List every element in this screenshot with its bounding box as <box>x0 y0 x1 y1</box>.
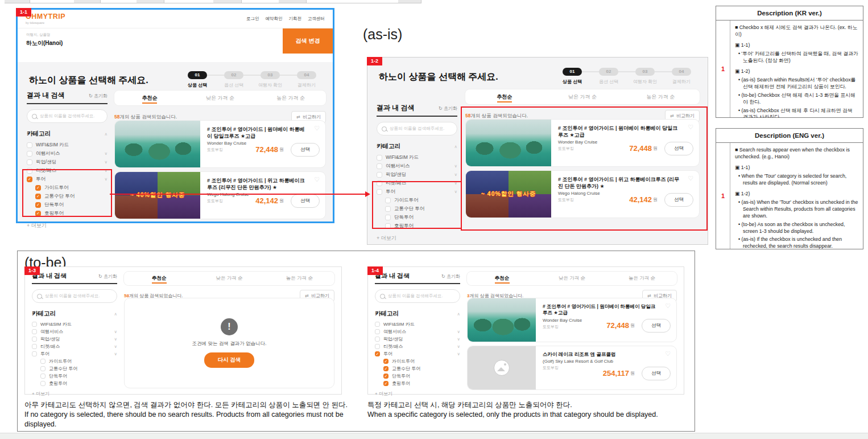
category-checkbox[interactable] <box>383 381 388 386</box>
chevron-down-icon[interactable] <box>103 159 108 165</box>
product-card[interactable]: 스카이 레이크 리조트 앤 골프클럽 (Golf) Sky Lake Resor… <box>467 346 677 390</box>
category-checkbox[interactable] <box>375 322 380 327</box>
select-button[interactable]: 선택 <box>291 143 320 157</box>
category-checkbox[interactable] <box>27 177 32 182</box>
sort-tab[interactable]: 추천순 <box>467 272 537 285</box>
category-checkbox[interactable] <box>27 168 32 174</box>
more-link[interactable]: + 더보기 <box>32 391 117 397</box>
category-checkbox[interactable] <box>375 337 380 342</box>
chevron-down-icon[interactable] <box>456 344 460 349</box>
category-checkbox[interactable] <box>377 180 382 186</box>
reset-button[interactable]: ↻ 초기화 <box>439 105 457 112</box>
category-header[interactable]: 카테고리 <box>375 310 460 318</box>
category-checkbox[interactable] <box>40 366 46 371</box>
more-link[interactable]: + 더보기 <box>377 235 457 242</box>
category-checkbox[interactable] <box>40 381 46 386</box>
ohmytrip-logo[interactable]: OHMYTRIPby tidesquare <box>26 13 65 24</box>
category-checkbox[interactable] <box>385 198 391 203</box>
product-search-input[interactable]: 상품의 이름을 검색해주세요. <box>375 289 460 303</box>
category-checkbox[interactable] <box>27 159 32 165</box>
category-checkbox[interactable] <box>32 344 37 349</box>
chevron-down-icon[interactable] <box>103 177 108 182</box>
category-checkbox[interactable] <box>383 359 388 364</box>
category-checkbox[interactable] <box>385 215 391 220</box>
sort-tab[interactable]: 높은 가격 순 <box>622 89 700 104</box>
category-header[interactable]: 카테고리 <box>377 142 457 150</box>
select-button[interactable]: 선택 <box>664 142 693 155</box>
category-header[interactable]: 카테고리 <box>27 130 108 138</box>
product-search-input[interactable]: 상품의 이름을 검색해주세요. <box>32 289 117 303</box>
chevron-down-icon[interactable] <box>453 189 457 194</box>
nav-link[interactable]: 로그인 <box>246 16 259 22</box>
category-checkbox[interactable] <box>377 189 382 195</box>
chevron-down-icon[interactable] <box>453 172 457 177</box>
chevron-down-icon[interactable] <box>113 329 117 334</box>
nav-link[interactable]: 예약확인 <box>266 16 283 22</box>
category-checkbox[interactable] <box>35 202 41 208</box>
sort-tab[interactable]: 낮은 가격 순 <box>185 91 255 105</box>
chevron-down-icon[interactable] <box>103 168 108 173</box>
category-checkbox[interactable] <box>40 359 46 364</box>
sort-tab[interactable]: 낮은 가격 순 <box>537 272 607 285</box>
product-card[interactable]: ~ 40%할인 행사중 # 조인투어 # 영어가이드 | 위고 하롱베이크루즈 … <box>114 171 326 219</box>
category-checkbox[interactable] <box>385 223 391 229</box>
heart-icon[interactable]: ♡ <box>314 176 320 183</box>
category-header[interactable]: 카테고리 <box>32 310 117 318</box>
category-checkbox[interactable] <box>375 329 380 334</box>
category-checkbox[interactable] <box>383 374 388 379</box>
sort-tab[interactable]: 추천순 <box>114 91 185 105</box>
chevron-down-icon[interactable] <box>456 329 460 334</box>
select-button[interactable]: 선택 <box>642 367 671 380</box>
heart-icon[interactable]: ♡ <box>688 124 693 131</box>
category-checkbox[interactable] <box>35 185 41 191</box>
product-search-input[interactable]: 상품의 이름을 검색해주세요. <box>27 109 108 123</box>
category-checkbox[interactable] <box>375 351 380 356</box>
category-checkbox[interactable] <box>35 194 41 199</box>
category-checkbox[interactable] <box>27 142 32 148</box>
reset-button[interactable]: ↻ 초기화 <box>441 273 460 280</box>
category-checkbox[interactable] <box>377 163 382 169</box>
chevron-down-icon[interactable] <box>456 337 460 342</box>
chevron-down-icon[interactable] <box>113 351 117 356</box>
change-search-button[interactable]: 검색 변경 <box>283 28 333 54</box>
product-card[interactable]: ~ 40%할인 행사중 # 조인투어 # 영어가이드 | 위고 하롱베이크루즈 … <box>465 170 700 218</box>
sort-tab[interactable]: 높은 가격 순 <box>264 272 334 285</box>
heart-icon[interactable]: ♡ <box>688 175 693 182</box>
heart-icon[interactable]: ♡ <box>665 302 671 310</box>
category-checkbox[interactable] <box>32 329 37 334</box>
chevron-down-icon[interactable] <box>456 351 460 356</box>
category-checkbox[interactable] <box>35 211 41 216</box>
category-checkbox[interactable] <box>383 366 388 371</box>
retry-search-button[interactable]: 다시 검색 <box>204 352 255 368</box>
select-button[interactable]: 선택 <box>642 319 671 333</box>
category-checkbox[interactable] <box>40 374 46 379</box>
chevron-down-icon[interactable] <box>103 151 108 156</box>
heart-icon[interactable]: ♡ <box>665 350 671 358</box>
sort-tab[interactable]: 높은 가격 순 <box>607 272 677 285</box>
category-checkbox[interactable] <box>377 155 382 161</box>
more-link[interactable]: + 더보기 <box>375 391 460 397</box>
sort-tab[interactable]: 낮은 가격 순 <box>543 89 621 104</box>
more-link[interactable]: + 더보기 <box>27 222 108 229</box>
select-button[interactable]: 선택 <box>291 194 320 208</box>
reset-button[interactable]: ↻ 초기화 <box>89 93 108 99</box>
sort-tab[interactable]: 추천순 <box>465 89 543 104</box>
heart-icon[interactable]: ♡ <box>314 125 320 132</box>
chevron-down-icon[interactable] <box>453 180 457 186</box>
select-button[interactable]: 선택 <box>664 193 693 207</box>
product-card[interactable]: # 조인투어 # 영어가이드 | 원더베이 하롱베이 당일크루즈 ★고급 Won… <box>467 298 677 342</box>
chevron-down-icon[interactable] <box>113 337 117 342</box>
category-checkbox[interactable] <box>32 337 37 342</box>
chevron-down-icon[interactable] <box>453 163 457 169</box>
category-checkbox[interactable] <box>27 151 32 157</box>
product-card[interactable]: # 조인투어 # 영어가이드 | 원더베이 하롱베이 당일크루즈 ★고급 Won… <box>114 120 326 168</box>
nav-link[interactable]: 고객센터 <box>308 16 325 22</box>
product-search-input[interactable]: 상품의 이름을 검색해주세요. <box>377 122 457 136</box>
sort-tab[interactable]: 추천순 <box>124 272 194 285</box>
nav-link[interactable]: 기획전 <box>289 16 302 22</box>
category-checkbox[interactable] <box>32 322 37 327</box>
category-checkbox[interactable] <box>377 172 382 178</box>
sort-tab[interactable]: 높은 가격 순 <box>255 91 326 105</box>
category-checkbox[interactable] <box>375 344 380 349</box>
category-checkbox[interactable] <box>32 351 37 356</box>
